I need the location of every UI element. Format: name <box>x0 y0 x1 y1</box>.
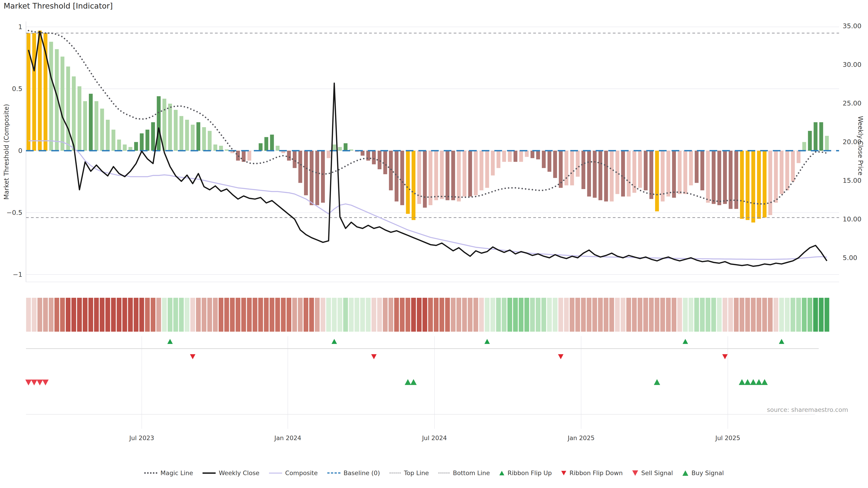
threshold-bar <box>440 151 444 199</box>
ribbon-cell <box>496 298 501 332</box>
buy-signal-marker <box>739 379 745 385</box>
x-axis-tick-label: Jan 2025 <box>567 434 594 442</box>
threshold-bar <box>185 120 189 151</box>
threshold-bar <box>564 151 568 185</box>
ribbon-cell <box>332 298 337 332</box>
ribbon-cell <box>236 298 240 332</box>
ribbon-cell <box>117 298 121 332</box>
ribbon-cell <box>196 298 201 332</box>
ribbon-cell <box>479 298 484 332</box>
top-line-swatch-icon <box>390 473 401 473</box>
threshold-bar <box>400 151 404 205</box>
threshold-bar <box>259 143 263 151</box>
ribbon-cell <box>49 298 54 332</box>
threshold-bar <box>581 151 585 189</box>
ribbon-cell <box>717 298 722 332</box>
ribbon-cell <box>190 298 195 332</box>
x-axis-tick-label: Jul 2024 <box>422 434 447 442</box>
ribbon-cell <box>530 298 535 332</box>
ribbon-cell <box>649 298 654 332</box>
ribbon-cell <box>366 298 371 332</box>
chart-legend: Magic Line Weekly Close Composite Baseli… <box>0 469 868 477</box>
threshold-bar <box>791 151 795 182</box>
ribbon-flip-down-marker <box>371 354 377 359</box>
ribbon-cell <box>145 298 150 332</box>
x-axis-tick-label: Jul 2023 <box>129 434 154 442</box>
sell-triangle-icon <box>632 470 638 476</box>
threshold-bar <box>644 151 648 190</box>
threshold-bar <box>740 151 744 219</box>
threshold-bar <box>191 125 195 151</box>
sell-signal-marker <box>31 380 37 385</box>
source-credit: source: sharemaestro.com <box>767 406 848 413</box>
ribbon-cell <box>174 298 178 332</box>
ribbon-cell <box>32 298 37 332</box>
threshold-bar <box>298 151 302 183</box>
threshold-bar <box>519 151 523 162</box>
ribbon-cell <box>513 298 518 332</box>
ribbon-cell <box>400 298 405 332</box>
threshold-bar <box>808 131 812 151</box>
ribbon-cell <box>592 298 597 332</box>
threshold-bar <box>202 127 206 151</box>
legend-item-ribbon-flip-down: Ribbon Flip Down <box>561 469 623 477</box>
threshold-bar <box>321 151 325 203</box>
ribbon-cell <box>343 298 348 332</box>
right-axis-tick-label: 35.00 <box>843 22 862 30</box>
threshold-bar <box>548 151 551 172</box>
ribbon-cell <box>468 298 472 332</box>
ribbon-flip-down-marker <box>558 354 563 359</box>
ribbon-cell <box>473 298 478 332</box>
threshold-bar <box>100 109 104 151</box>
threshold-bar <box>683 151 687 194</box>
ribbon-cell <box>185 298 189 332</box>
ribbon-cell <box>825 298 829 332</box>
threshold-bar <box>83 101 87 151</box>
threshold-bar <box>236 151 240 161</box>
threshold-bar <box>678 151 682 194</box>
ribbon-cell <box>88 298 93 332</box>
ribbon-cell <box>706 298 710 332</box>
ribbon-cell <box>558 298 563 332</box>
legend-label: Bottom Line <box>453 469 490 477</box>
indicator-window: Market Threshold [Indicator] Market Thre… <box>0 0 868 488</box>
threshold-bar <box>746 151 749 220</box>
ribbon-flip-down-marker <box>722 354 727 359</box>
ribbon-cell <box>796 298 801 332</box>
buy-signal-marker <box>750 379 756 385</box>
ribbon-cell <box>779 298 784 332</box>
threshold-bar <box>213 144 217 151</box>
ribbon-cell <box>541 298 546 332</box>
ribbon-cell <box>304 298 308 332</box>
ribbon-cell <box>672 298 676 332</box>
threshold-bar <box>372 151 376 164</box>
ribbon-flip-up-marker <box>683 339 688 344</box>
threshold-bar <box>621 151 625 197</box>
ribbon-cell <box>179 298 184 332</box>
ribbon-cell <box>434 298 438 332</box>
ribbon-cell <box>156 298 161 332</box>
ribbon-cell <box>298 298 303 332</box>
weekly-close-swatch-icon <box>203 473 216 474</box>
threshold-bar <box>627 151 631 197</box>
threshold-bar <box>225 150 228 151</box>
threshold-bar <box>106 120 110 151</box>
ribbon-cell <box>807 298 812 332</box>
threshold-bar <box>774 151 778 203</box>
ribbon-cell <box>519 298 524 332</box>
threshold-bar <box>265 137 268 151</box>
threshold-bar <box>293 151 297 168</box>
ribbon-cell <box>377 298 382 332</box>
threshold-bar <box>723 151 727 204</box>
ribbon-cell <box>694 298 699 332</box>
right-axis-tick-label: 10.00 <box>843 215 862 223</box>
ribbon-cell <box>411 298 416 332</box>
legend-label: Baseline (0) <box>344 469 380 477</box>
ribbon-cell <box>604 298 609 332</box>
ribbon-cell <box>700 298 705 332</box>
threshold-bar <box>304 151 308 195</box>
ribbon-cell <box>768 298 773 332</box>
buy-signal-marker <box>654 379 660 385</box>
ribbon-cell <box>287 298 291 332</box>
legend-label: Magic Line <box>160 469 193 477</box>
